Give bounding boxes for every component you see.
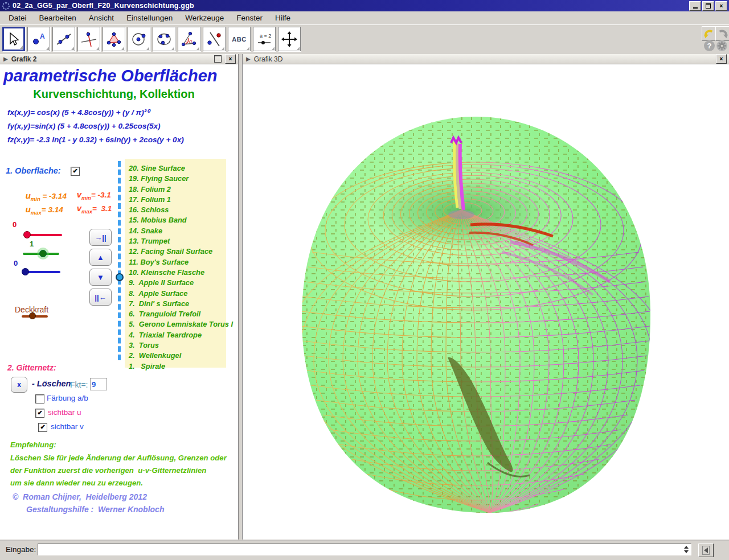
point-icon: A (30, 31, 47, 47)
minimize-button[interactable] (689, 1, 701, 11)
text-tool-button[interactable]: ABC (228, 27, 251, 51)
text-icon: ABC (232, 36, 246, 43)
restore-button[interactable] (702, 1, 714, 11)
surface-list-item: 15. Mobius Band (129, 215, 226, 225)
panel-restore-icon[interactable] (214, 55, 222, 63)
menu-werkzeuge[interactable]: Werkzeuge (179, 12, 230, 24)
menu-bearbeiten[interactable]: Bearbeiten (33, 12, 83, 24)
gear-icon (717, 41, 727, 51)
fkt-input[interactable] (90, 378, 107, 390)
angle-tool-button[interactable]: α (178, 27, 200, 51)
point-tool-button[interactable]: A (27, 27, 50, 51)
green-slider-knob[interactable] (39, 250, 47, 257)
step-down-button[interactable]: ▼ (89, 269, 112, 286)
faerbung-checkbox[interactable] (35, 394, 44, 403)
menu-hilfe[interactable]: Hilfe (269, 12, 297, 24)
red-slider-track[interactable] (26, 234, 62, 236)
menu-ansicht[interactable]: Ansicht (83, 12, 120, 24)
red-slider-knob[interactable] (23, 231, 31, 238)
eingabe-field-wrap (38, 543, 691, 555)
doc-subtitle: Kurvenschichtung, Kollektion (0, 88, 228, 101)
delete-grid-button[interactable]: x (11, 377, 27, 393)
input-history-button[interactable] (698, 543, 714, 557)
sichtbar-v-label: sichtbar v (51, 422, 84, 431)
move-view-icon (281, 31, 298, 47)
surface-list-item: 5. Gerono Lemniskate Torus I (129, 319, 226, 330)
blue-slider-knob[interactable] (22, 268, 29, 275)
grafik3d-viewport[interactable] (243, 64, 729, 540)
eingabe-input[interactable] (39, 545, 682, 555)
close-button[interactable]: × (715, 1, 727, 11)
menu-fenster[interactable]: Fenster (230, 12, 269, 24)
svg-text:a = 2: a = 2 (260, 33, 271, 39)
fkt-label: Fkt=: (70, 380, 88, 389)
reflection-icon (206, 31, 223, 47)
play-to-end-button[interactable]: →|| (89, 229, 112, 246)
step-up-button[interactable]: ▲ (89, 249, 112, 266)
sichtbar-v-checkbox[interactable] (38, 423, 47, 432)
menu-datei[interactable]: Datei (2, 12, 33, 24)
surface-selector-knob[interactable] (116, 273, 124, 281)
delete-grid-label: - Löschen (32, 379, 71, 388)
rewind-button[interactable]: ||← (89, 289, 112, 306)
grafik2-panel: parametrische Oberflächen Kurvenschichtu… (0, 64, 238, 540)
slider-icon: a = 2 (256, 31, 273, 47)
surface-list-item: 13. Trumpet (129, 236, 226, 246)
undo-button[interactable] (702, 26, 716, 41)
help-icon[interactable]: ? (704, 40, 715, 51)
grafik3d-close-button[interactable]: × (716, 54, 727, 64)
section-gitternetz-label: 2. Gitternetz: (7, 363, 56, 372)
conic-tool-button[interactable] (153, 27, 175, 51)
doc-title: parametrische Oberflächen (3, 67, 218, 85)
sichtbar-u-label: sichtbar u (48, 408, 81, 417)
surface-list-item: 20. Sine Surface (129, 163, 226, 174)
circle-tool-button[interactable] (128, 27, 150, 51)
slider-tool-button[interactable]: a = 2 (253, 27, 276, 51)
menu-einstellungen[interactable]: Einstellungen (120, 12, 179, 24)
eingabe-label: Eingabe: (6, 545, 36, 554)
grafik2-close-button[interactable]: × (225, 54, 236, 64)
settings-gear-icon[interactable] (716, 40, 727, 51)
credit-line: Gestaltungshilfe : Werner Knobloch (26, 505, 164, 514)
blue-slider-track[interactable] (24, 271, 60, 273)
reflection-tool-button[interactable] (203, 27, 226, 51)
surface-list-item: 2. Wellenkugel (129, 351, 226, 361)
panel-splitter[interactable] (238, 54, 243, 540)
section-oberflaeche-label: 1. Oberfläche: (6, 166, 61, 175)
sichtbar-u-checkbox[interactable] (35, 409, 44, 418)
formula-fz: fz(x,y)= -2.3 ln(1 - y 0.32) + 6sin(y) +… (7, 135, 184, 144)
credit-line: © Roman Chijner, Heidelberg 2012 (13, 492, 147, 501)
left-arrow-icon (704, 547, 708, 553)
app-window: 02_2a_GG5_par_Oberfl_F20_Kurvenschichtun… (0, 0, 729, 560)
surface-list-item: 6. Tranguloid Trefoil (129, 309, 226, 319)
surface-list-item: 19. Flying Saucer (129, 174, 226, 184)
green-slider-label: 1 (30, 240, 34, 248)
oberflaeche-checkbox[interactable] (71, 167, 80, 176)
faerbung-label: Färbung a/b (47, 394, 88, 402)
empfehlung-line: um sie dann wieder neu zu erzeugen. (10, 479, 143, 487)
move-tool-button[interactable] (2, 27, 25, 51)
deckkraft-slider-knob[interactable] (29, 312, 36, 319)
line-icon (55, 31, 72, 47)
surface-selector-track[interactable] (118, 161, 121, 360)
surface-list-item: 16. Schloss (129, 205, 226, 215)
panel-expand-icon[interactable]: ▶ (3, 56, 8, 62)
blue-slider-label: 0 (14, 259, 18, 267)
input-spinner[interactable] (683, 545, 689, 554)
window-title: 02_2a_GG5_par_Oberfl_F20_Kurvenschichtun… (13, 2, 194, 10)
polygon-tool-button[interactable] (103, 27, 125, 51)
svg-text:A: A (40, 32, 45, 40)
toolbar: A (0, 25, 729, 55)
surface-list-item: 12. Facing Snail Surface (129, 246, 226, 257)
surface-list-item: 4. Triaxial Teardrope (129, 330, 226, 340)
surface-list-item: 11. Boy's Surface (129, 257, 226, 267)
panel-expand-icon[interactable]: ▶ (246, 56, 251, 62)
spinner-down-icon (684, 550, 689, 553)
redo-button[interactable] (715, 26, 729, 41)
line-tool-button[interactable] (52, 27, 75, 51)
vmax-param: vmax= 3.1 (62, 193, 112, 225)
move-cursor-icon (5, 31, 22, 47)
perpendicular-line-tool-button[interactable] (77, 27, 100, 51)
surface-list-item: 1. Spirale (129, 361, 226, 372)
move-view-tool-button[interactable] (278, 27, 301, 51)
